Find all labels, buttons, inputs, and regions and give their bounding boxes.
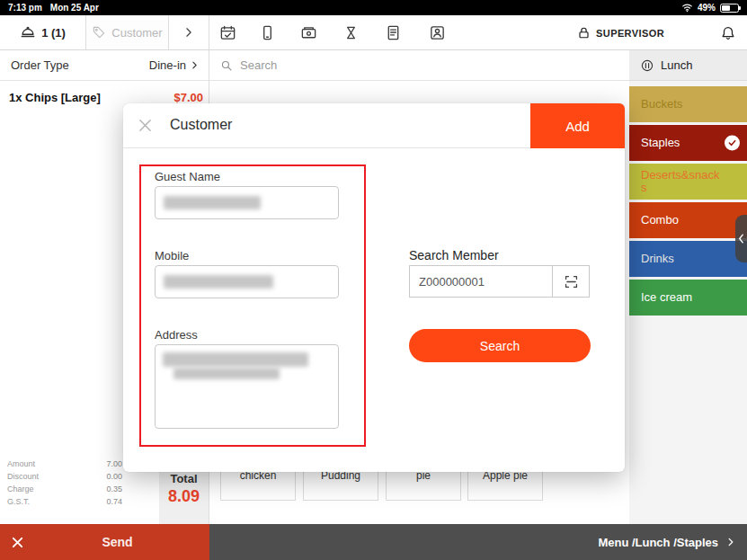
guest-name-field[interactable] — [155, 186, 339, 219]
breadcrumb-bar: Menu /Lunch /Staples — [209, 524, 747, 560]
cancel-button[interactable] — [0, 524, 34, 560]
category-combo[interactable]: Combo — [629, 202, 747, 238]
category-label: Combo — [641, 214, 679, 227]
category-staples[interactable]: Staples — [629, 125, 747, 161]
mobile-orders-button[interactable] — [251, 15, 283, 50]
order-type-label: Order Type — [11, 58, 69, 72]
lock-icon — [577, 26, 591, 40]
redacted-value — [164, 196, 261, 209]
member-search-button[interactable]: Search — [409, 329, 591, 362]
receipt-icon — [385, 24, 402, 41]
order-item-price: $7.00 — [173, 91, 203, 104]
total-value: 8.09 — [168, 487, 200, 506]
order-item-name: 1x Chips [Large] — [9, 91, 101, 104]
totals-value: 0.35 — [106, 484, 122, 493]
category-label: Deserts&snacks — [641, 169, 724, 194]
status-time: 7:13 pm — [8, 3, 42, 13]
tab-expand-button[interactable] — [169, 15, 209, 49]
total-label: Total — [170, 472, 197, 485]
meal-icon — [640, 58, 654, 73]
selected-check-icon — [725, 136, 740, 151]
dine-in-table-icon — [20, 24, 36, 40]
category-deserts-snacks[interactable]: Deserts&snacks — [629, 164, 747, 200]
redacted-value — [173, 368, 280, 379]
category-drinks[interactable]: Drinks — [629, 241, 747, 277]
sidebar-collapse-handle[interactable] — [735, 215, 747, 262]
hourglass-icon — [342, 24, 360, 41]
status-bar: 7:13 pm Mon 25 Apr 49% — [0, 0, 747, 15]
category-ice-cream[interactable]: Ice cream — [629, 280, 747, 316]
contacts-icon — [429, 24, 446, 41]
chevron-right-icon[interactable] — [725, 537, 736, 547]
member-search-row — [409, 265, 590, 298]
pending-orders-button[interactable] — [334, 15, 367, 50]
totals-row: Amount 7.00 — [7, 459, 122, 468]
receipts-button[interactable] — [377, 15, 409, 50]
order-type-value: Dine-in — [149, 58, 186, 72]
supervisor-button[interactable]: SUPERVISOR — [577, 15, 664, 50]
modal-title: Customer — [170, 117, 232, 133]
modal-close-button[interactable] — [138, 118, 153, 133]
customer-modal: Customer Add Guest Name Mobile Address S… — [123, 103, 625, 472]
address-field[interactable] — [155, 344, 339, 429]
supervisor-label: SUPERVISOR — [596, 28, 664, 39]
redacted-value — [164, 275, 273, 289]
add-button[interactable]: Add — [530, 103, 625, 148]
bell-icon — [720, 25, 736, 41]
member-id-input[interactable] — [409, 265, 553, 298]
battery-icon — [720, 4, 739, 13]
totals-row: G.S.T. 0.74 — [7, 497, 122, 506]
chevron-right-icon — [190, 60, 200, 70]
wifi-icon — [681, 3, 693, 13]
search-input[interactable] — [240, 50, 629, 80]
calendar-check-icon — [219, 24, 236, 41]
totals-label: G.S.T. — [7, 497, 30, 506]
customer-tab-label: Customer — [111, 26, 162, 40]
category-buckets[interactable]: Buckets — [629, 86, 747, 122]
category-label: Drinks — [641, 253, 674, 265]
bottom-bar: Send Menu /Lunch /Staples — [0, 524, 747, 560]
chevron-left-icon — [738, 234, 744, 244]
guest-name-label: Guest Name — [155, 170, 220, 183]
totals-value: 7.00 — [106, 459, 122, 468]
pos-app: 7:13 pm Mon 25 Apr 49% 1 (1) — [0, 0, 747, 560]
send-section: Send — [0, 524, 209, 560]
menu-period-label: Lunch — [661, 58, 692, 72]
cash-drawer-button[interactable] — [292, 15, 325, 50]
scan-member-button[interactable] — [552, 265, 590, 298]
address-label: Address — [155, 328, 198, 342]
totals-value: 0.00 — [106, 472, 122, 481]
order-type-row[interactable]: Order Type Dine-in — [0, 50, 209, 81]
menu-period-header[interactable]: Lunch — [629, 50, 747, 81]
category-list: Buckets Staples Deserts&snacks Combo Dri… — [629, 81, 747, 316]
category-sidebar: Lunch Buckets Staples Deserts&snacks Com… — [629, 50, 747, 524]
category-label: Buckets — [641, 98, 682, 111]
search-member-label: Search Member — [409, 248, 499, 262]
status-date: Mon 25 Apr — [50, 3, 99, 13]
send-button[interactable]: Send — [34, 535, 209, 549]
order-tab[interactable]: 1 (1) — [0, 15, 86, 49]
search-bar[interactable] — [209, 50, 629, 81]
mobile-field[interactable] — [155, 265, 339, 298]
order-tab-label: 1 (1) — [41, 26, 66, 40]
totals-row: Charge 0.35 — [7, 484, 122, 493]
redacted-value — [163, 352, 308, 367]
order-line-item[interactable]: 1x Chips [Large] $7.00 — [0, 81, 209, 104]
top-toolbar: 1 (1) Customer — [0, 15, 747, 50]
reservations-button[interactable] — [211, 15, 244, 50]
totals-value: 0.74 — [106, 497, 122, 506]
phone-icon — [259, 24, 276, 41]
contacts-button[interactable] — [421, 15, 453, 50]
totals-label: Amount — [7, 459, 35, 468]
totals-label: Charge — [7, 484, 34, 493]
chevron-right-icon — [182, 26, 195, 39]
category-label: Staples — [641, 137, 680, 149]
notifications-button[interactable] — [720, 15, 736, 50]
breadcrumb: Menu /Lunch /Staples — [598, 536, 718, 549]
category-label: Ice cream — [641, 291, 692, 304]
modal-header: Customer Add — [123, 103, 625, 148]
mobile-label: Mobile — [155, 249, 189, 262]
cash-drawer-icon — [300, 24, 317, 41]
customer-tab[interactable]: Customer — [86, 15, 169, 49]
totals-label: Discount — [7, 472, 39, 481]
